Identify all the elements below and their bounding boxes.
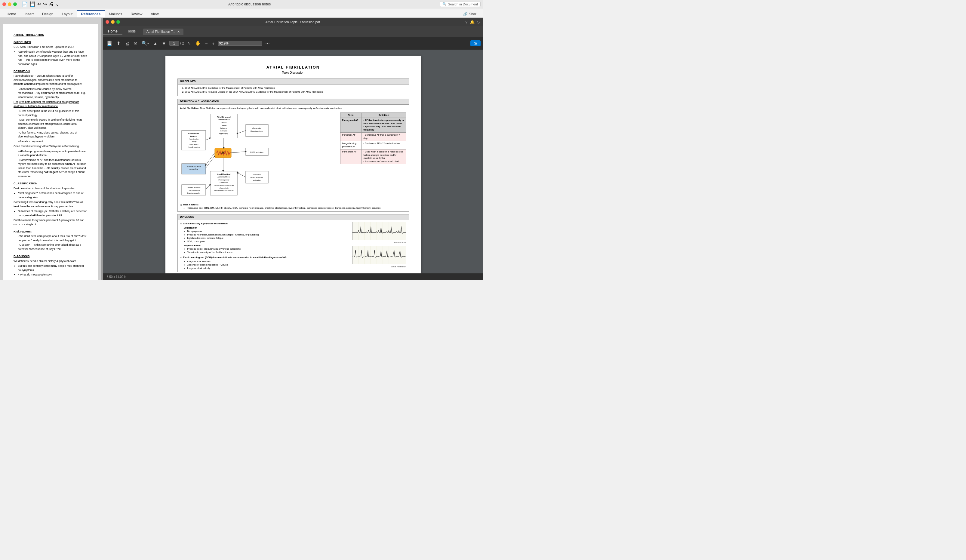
clinical-title: Clinical history & physical examination:	[183, 222, 228, 225]
physical-list: Irregular pulse, irregular jugular venou…	[187, 247, 349, 254]
word-diag-list: But this can be tricky since many people…	[18, 264, 87, 277]
svg-text:Genetic Variants:: Genetic Variants:	[187, 187, 200, 189]
more-icon[interactable]: ⌄	[55, 1, 59, 7]
word-def-bullets: Great description in the 2014 full guide…	[18, 109, 87, 143]
tab-home[interactable]: Home	[2, 11, 20, 18]
pdf-zoom-plus-btn[interactable]: +	[211, 40, 216, 47]
list-item: 2019 AHA/ACC/HRS Focused Update of the 2…	[185, 90, 406, 94]
tab-references[interactable]: References	[77, 10, 105, 18]
tab-insert[interactable]: Insert	[20, 11, 38, 18]
word-panel[interactable]: ATRIAL FIBRILLATION GUIDELINES CDC Atria…	[0, 18, 101, 280]
pdf-zoom-minus-btn[interactable]: −	[204, 40, 209, 47]
sign-icon[interactable]: Si	[477, 20, 481, 25]
pdf-zoom-input[interactable]	[218, 41, 262, 46]
svg-text:Hyperthyroidism: Hyperthyroidism	[188, 146, 200, 148]
svg-line-47	[237, 172, 246, 177]
svg-text:Atrial Electrical: Atrial Electrical	[217, 173, 230, 175]
tab-design[interactable]: Design	[38, 11, 58, 18]
af-definition: Atrial fibrillation: a supraventricular …	[200, 107, 342, 110]
table-row: Permanent AF • Used when a decision is m…	[340, 149, 406, 164]
word-minimize-button[interactable]	[8, 2, 12, 6]
svg-text:remodeling: remodeling	[189, 168, 198, 170]
pdf-prev-page-btn[interactable]: ▲	[152, 40, 159, 47]
svg-text:Channelopathy: Channelopathy	[187, 189, 199, 191]
ecg-title: Electrocardiogram (ECG) documentation is…	[183, 256, 287, 259]
pdf-tab-label: Atrial Fibrillation T...	[146, 30, 175, 33]
pdf-tab-home[interactable]: Home	[103, 28, 122, 35]
panel-splitter[interactable]: ⋮	[101, 18, 103, 280]
pdf-page-input[interactable]	[169, 41, 179, 46]
pdf-definition-header: DEFINITION & CLASSIFICATION	[178, 99, 409, 105]
undo-icon[interactable]: ↩	[37, 1, 41, 7]
word-class-outcomes: Outcomes of therapy (ex. Catheter ablati…	[18, 209, 87, 217]
ribbon-tabs: Home Insert Design Layout References Mai…	[0, 8, 483, 18]
word-title-bar: 📄 💾 ↩ ↪ 🖨 ⌄ Afib topic discussion notes …	[0, 0, 483, 8]
list-item: No symptoms	[187, 230, 349, 233]
term-permanent: Permanent AF	[340, 149, 361, 164]
def-long-standing: • Continuous AF > 12 mo in duration	[361, 141, 406, 149]
svg-text:Obesity: Obesity	[191, 141, 196, 143]
svg-text:Infiltration: Infiltration	[220, 130, 227, 132]
word-main-title: ATRIAL FIBRILLATION	[13, 33, 87, 37]
list-item: Irregular heartbeat, heart palpitations …	[187, 233, 349, 236]
word-guidelines-text: CDC Atrial Fibrillation Fact Sheet- upda…	[13, 45, 87, 49]
pdf-next-page-btn[interactable]: ▼	[161, 40, 168, 47]
tab-mailings[interactable]: Mailings	[105, 11, 127, 18]
svg-line-44	[231, 151, 246, 153]
pdf-hand-btn[interactable]: ✋	[194, 40, 202, 47]
list-item: Other factors: HTN, sleep apnea, obesity…	[18, 131, 87, 139]
pdf-email-btn[interactable]: ✉	[132, 40, 139, 47]
normal-ecg-label: Normal ECG	[352, 241, 406, 244]
word-window-controls[interactable]	[2, 2, 17, 6]
main-area: ATRIAL FIBRILLATION GUIDELINES CDC Atria…	[0, 18, 483, 280]
pdf-more-btn[interactable]: ⋯	[264, 40, 271, 47]
pdf-window-controls[interactable]	[105, 20, 120, 24]
pdf-doc-tab[interactable]: Atrial Fibrillation T... ✕	[143, 29, 184, 35]
pdf-zoom-out-btn[interactable]: 🔍-	[140, 40, 150, 47]
notification-icon[interactable]: 🔔	[470, 20, 475, 25]
tab-layout[interactable]: Layout	[58, 11, 77, 18]
def-permanent: • Used when a decision is made to stop f…	[361, 149, 406, 164]
ecg-list: Irregular R-R intervals Absence of disti…	[187, 260, 349, 270]
word-rf-title: Risk Factors:	[13, 230, 87, 234]
svg-text:↓Conduction: ↓Conduction	[219, 182, 228, 184]
tab-view[interactable]: View	[147, 11, 163, 18]
pdf-cursor-btn[interactable]: ↖	[186, 40, 192, 47]
tab-review[interactable]: Review	[127, 11, 146, 18]
svg-text:Sleep apnea: Sleep apnea	[189, 143, 199, 145]
svg-text:Inflammation: Inflammation	[251, 127, 262, 129]
word-tachy-list: AF often progresses from paroxysmal to p…	[18, 149, 87, 179]
word-close-button[interactable]	[2, 2, 6, 6]
col-term: Term	[340, 112, 361, 118]
pdf-toolbar: 💾 ⬆ 🖨 ✉ 🔍- ▲ ▼ / 2 ↖ ✋ − + ⋯ Si	[103, 37, 483, 49]
normal-ecg-svg	[353, 222, 406, 240]
pdf-share-btn[interactable]: Si	[470, 40, 481, 46]
save-icon[interactable]: 💾	[30, 1, 36, 7]
pdf-minimize-button[interactable]	[111, 20, 115, 24]
share-label[interactable]: 🔗 Shar	[459, 11, 481, 18]
pdf-close-button[interactable]	[105, 20, 109, 24]
svg-text:↓Action potential dur/refract: ↓Action potential dur/refract	[214, 184, 234, 186]
search-icon: 🔍	[442, 2, 447, 6]
pdf-content[interactable]: ATRIAL FIBRILLATION Topic Discussion GUI…	[103, 49, 483, 273]
af-diagram-svg: Extracardiac Factors: Hypertension Obesi…	[180, 112, 283, 200]
svg-text:activation: activation	[253, 179, 260, 181]
pdf-maximize-button[interactable]	[117, 20, 120, 24]
pdf-save-btn[interactable]: 💾	[105, 40, 114, 47]
svg-text:Ischemia: Ischemia	[220, 127, 227, 129]
list-item: AF often progresses from paroxysmal to p…	[18, 149, 87, 158]
word-maximize-button[interactable]	[13, 2, 17, 6]
search-box[interactable]: 🔍 Search in Document	[440, 1, 481, 7]
pdf-upload-btn[interactable]: ⬆	[115, 40, 122, 47]
print-icon[interactable]: 🖨	[49, 2, 54, 7]
af-term: Atrial fibrillation:	[180, 107, 199, 110]
pdf-print-btn[interactable]: 🖨	[123, 40, 130, 47]
pdf-tab-close[interactable]: ✕	[177, 30, 180, 34]
table-row: Long-standing persistent AF • Continuous…	[340, 141, 406, 149]
redo-icon[interactable]: ↪	[43, 1, 47, 7]
pdf-tab-tools[interactable]: Tools	[122, 28, 140, 35]
list-item: We don't ever warn people about their ri…	[18, 234, 87, 242]
help-icon[interactable]: ?	[465, 20, 467, 25]
normal-ecg-box	[352, 222, 406, 240]
svg-text:Hypertension: Hypertension	[189, 138, 198, 140]
